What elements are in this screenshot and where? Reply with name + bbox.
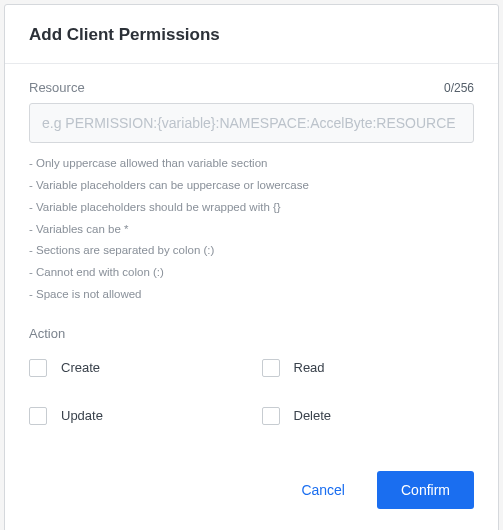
- hint-item: - Sections are separated by colon (:): [29, 240, 474, 262]
- create-checkbox[interactable]: [29, 359, 47, 377]
- confirm-button[interactable]: Confirm: [377, 471, 474, 509]
- checkbox-item-update: Update: [29, 407, 242, 425]
- checkbox-item-create: Create: [29, 359, 242, 377]
- read-checkbox[interactable]: [262, 359, 280, 377]
- hint-item: - Variables can be *: [29, 219, 474, 241]
- modal-footer: Cancel Confirm: [5, 465, 498, 530]
- resource-hints: - Only uppercase allowed than variable s…: [29, 153, 474, 306]
- checkbox-label: Delete: [294, 408, 332, 423]
- checkbox-label: Update: [61, 408, 103, 423]
- modal-body: Resource 0/256 - Only uppercase allowed …: [5, 64, 498, 465]
- checkbox-label: Read: [294, 360, 325, 375]
- hint-item: - Only uppercase allowed than variable s…: [29, 153, 474, 175]
- cancel-button[interactable]: Cancel: [289, 472, 357, 508]
- add-client-permissions-modal: Add Client Permissions Resource 0/256 - …: [4, 4, 499, 530]
- resource-input[interactable]: [29, 103, 474, 143]
- checkbox-item-delete: Delete: [262, 407, 475, 425]
- update-checkbox[interactable]: [29, 407, 47, 425]
- resource-label: Resource: [29, 80, 85, 95]
- hint-item: - Space is not allowed: [29, 284, 474, 306]
- hint-item: - Variable placeholders should be wrappe…: [29, 197, 474, 219]
- resource-char-count: 0/256: [444, 81, 474, 95]
- action-label: Action: [29, 326, 474, 341]
- checkbox-item-read: Read: [262, 359, 475, 377]
- hint-item: - Cannot end with colon (:): [29, 262, 474, 284]
- checkbox-label: Create: [61, 360, 100, 375]
- action-checkbox-grid: Create Read Update Delete: [29, 359, 474, 425]
- delete-checkbox[interactable]: [262, 407, 280, 425]
- resource-field-row: Resource 0/256: [29, 80, 474, 95]
- modal-header: Add Client Permissions: [5, 5, 498, 64]
- hint-item: - Variable placeholders can be uppercase…: [29, 175, 474, 197]
- modal-title: Add Client Permissions: [29, 25, 474, 45]
